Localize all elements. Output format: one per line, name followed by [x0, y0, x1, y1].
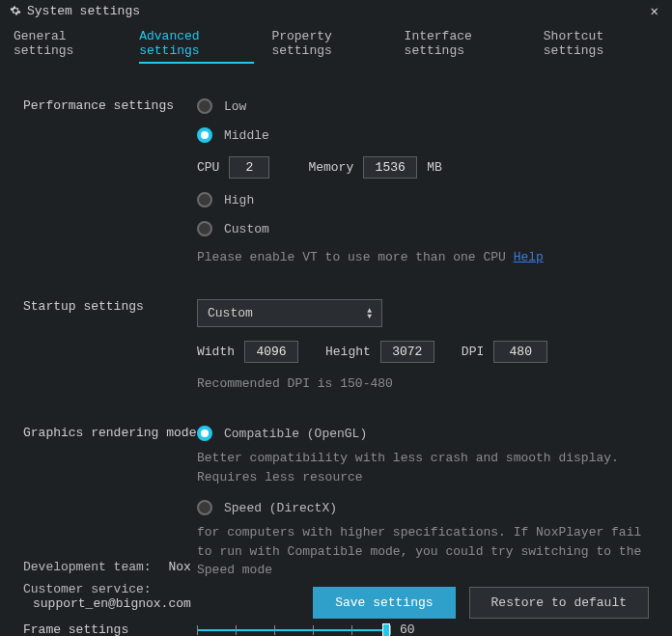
memory-input[interactable]	[363, 156, 417, 179]
perf-middle-params: CPU Memory MB	[197, 156, 649, 179]
graphics-compatible-desc: Better compatibility with less crash and…	[197, 449, 649, 486]
dpi-hint: Recommended DPI is 150-480	[197, 376, 649, 391]
memory-unit: MB	[427, 160, 442, 175]
radio-icon	[197, 426, 212, 441]
section-startup: Startup settings Custom ▲▼ Width Height …	[23, 299, 649, 397]
radio-label: High	[224, 193, 254, 207]
perf-radio-low[interactable]: Low	[197, 98, 649, 114]
window-title: System settings	[27, 4, 647, 18]
perf-radio-custom[interactable]: Custom	[197, 221, 649, 236]
cpu-input[interactable]	[229, 156, 269, 179]
dpi-input[interactable]	[493, 341, 547, 363]
startup-label: Startup settings	[23, 299, 197, 314]
radio-icon	[197, 127, 212, 143]
dev-team-value: Nox	[168, 560, 190, 574]
footer-info: Development team: Nox Customer service: …	[23, 560, 313, 619]
radio-icon	[197, 221, 212, 236]
perf-radio-high[interactable]: High	[197, 192, 649, 207]
help-link[interactable]: Help	[514, 250, 544, 264]
vt-hint: Please enable VT to use more than one CP…	[197, 250, 649, 264]
tab-property[interactable]: Property settings	[271, 29, 386, 64]
customer-service-label: Customer service:	[23, 582, 152, 596]
tabs: General settings Advanced settings Prope…	[0, 21, 672, 69]
section-performance: Performance settings Low Middle CPU Memo…	[23, 98, 649, 270]
gear-icon	[10, 5, 21, 16]
radio-label: Compatible (OpenGL)	[224, 427, 367, 441]
titlebar: System settings ✕	[0, 0, 672, 21]
graphics-radio-compatible[interactable]: Compatible (OpenGL)	[197, 426, 649, 441]
startup-select[interactable]: Custom ▲▼	[197, 299, 382, 327]
close-icon[interactable]: ✕	[647, 3, 662, 19]
startup-dimensions: Width Height DPI	[197, 341, 649, 363]
radio-icon	[197, 98, 212, 114]
select-value: Custom	[208, 306, 253, 320]
width-input[interactable]	[244, 341, 298, 363]
radio-label: Custom	[224, 222, 269, 236]
height-label: Height	[325, 345, 371, 359]
tab-general[interactable]: General settings	[14, 29, 122, 64]
cpu-label: CPU	[197, 160, 219, 175]
save-button[interactable]: Save settings	[313, 587, 455, 619]
restore-button[interactable]: Restore to default	[469, 587, 649, 619]
radio-icon	[197, 192, 212, 207]
dpi-label: DPI	[462, 345, 484, 359]
tab-interface[interactable]: Interface settings	[405, 29, 526, 64]
dev-team-label: Development team:	[23, 560, 152, 574]
graphics-label: Graphics rendering mode	[23, 426, 197, 440]
graphics-radio-speed[interactable]: Speed (DirectX)	[197, 500, 649, 515]
radio-label: Middle	[224, 128, 269, 143]
perf-radio-middle[interactable]: Middle	[197, 127, 649, 143]
performance-label: Performance settings	[23, 98, 197, 113]
tab-advanced[interactable]: Advanced settings	[139, 29, 254, 64]
width-label: Width	[197, 345, 235, 359]
footer: Development team: Nox Customer service: …	[0, 550, 672, 636]
memory-label: Memory	[308, 160, 353, 175]
radio-label: Speed (DirectX)	[224, 501, 337, 515]
radio-icon	[197, 500, 212, 515]
radio-label: Low	[224, 99, 246, 114]
customer-service-value: support_en@bignox.com	[33, 596, 191, 611]
chevron-updown-icon: ▲▼	[367, 308, 372, 319]
tab-shortcut[interactable]: Shortcut settings	[544, 29, 658, 64]
height-input[interactable]	[380, 341, 434, 363]
